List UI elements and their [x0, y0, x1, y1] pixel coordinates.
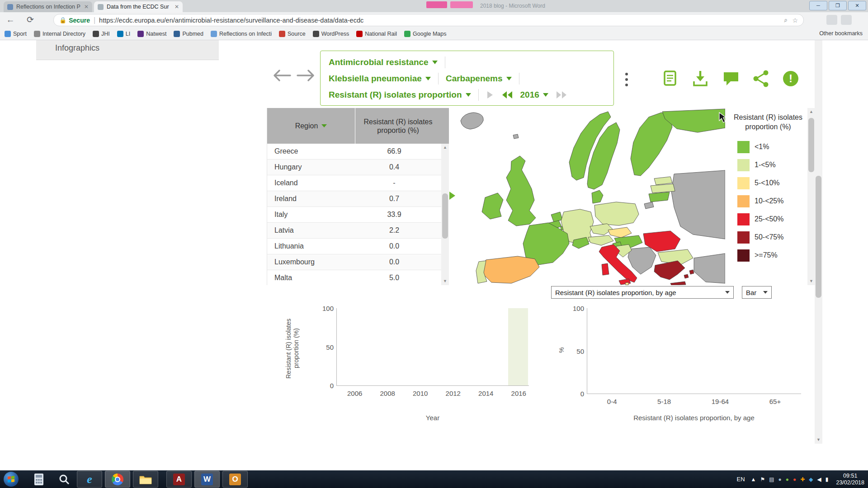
url-text[interactable]: https://ecdc.europa.eu/en/antimicrobial-…: [99, 17, 780, 24]
scrollbar-thumb[interactable]: [816, 176, 821, 298]
search-icon[interactable]: [52, 471, 77, 488]
chrome-icon[interactable]: [105, 471, 130, 488]
bookmark-item[interactable]: Internal Directory: [34, 31, 85, 37]
country-shape[interactable]: [662, 109, 725, 132]
network-icon[interactable]: ▮: [826, 476, 829, 483]
file-explorer-icon[interactable]: [133, 471, 158, 488]
start-button[interactable]: [4, 472, 19, 487]
language-indicator[interactable]: EN: [736, 476, 745, 483]
volume-icon[interactable]: ◀: [817, 476, 821, 483]
country-shape[interactable]: [670, 282, 686, 285]
zoom-icon[interactable]: ⌕: [784, 16, 788, 24]
table-row[interactable]: Luxembourg0.0: [267, 254, 441, 270]
country-shape[interactable]: [689, 270, 694, 274]
address-bar[interactable]: 🔒 Secure | https://ecdc.europa.eu/en/ant…: [53, 14, 804, 26]
country-shape[interactable]: [513, 134, 519, 139]
bookmark-item[interactable]: WordPress: [313, 31, 349, 37]
maximize-button[interactable]: ❐: [829, 1, 847, 10]
table-row[interactable]: Latvia2.2: [267, 223, 441, 239]
browser-tab[interactable]: Data from the ECDC Sur✕: [94, 1, 183, 12]
country-shape[interactable]: [461, 113, 483, 129]
country-shape[interactable]: [631, 113, 672, 176]
table-row[interactable]: Iceland-: [267, 175, 441, 191]
bookmark-item[interactable]: Sport: [5, 31, 27, 37]
bookmark-item[interactable]: JHI: [93, 31, 110, 37]
country-shape[interactable]: [482, 193, 503, 219]
back-button[interactable]: ←: [4, 14, 17, 26]
country-shape[interactable]: [654, 261, 685, 280]
extension-icon[interactable]: [841, 15, 852, 25]
report-icon[interactable]: [660, 69, 681, 89]
download-icon[interactable]: [690, 69, 711, 89]
country-shape[interactable]: [684, 274, 689, 278]
clock[interactable]: 09:51 23/02/2018: [836, 473, 864, 486]
internet-explorer-icon[interactable]: e: [77, 471, 102, 488]
security-icon[interactable]: ◆: [809, 476, 813, 483]
browser-tab[interactable]: Reflections on Infection P✕: [4, 1, 92, 12]
adobe-reader-icon[interactable]: A: [166, 471, 192, 488]
bookmark-item[interactable]: National Rail: [356, 31, 397, 37]
table-row[interactable]: Malta5.0: [267, 270, 441, 285]
word-icon[interactable]: W: [194, 471, 220, 488]
tab-close-icon[interactable]: ✕: [84, 4, 89, 10]
tab-close-icon[interactable]: ✕: [175, 4, 179, 10]
table-row[interactable]: Italy33.9: [267, 207, 441, 223]
report-problem-icon[interactable]: !: [780, 69, 801, 89]
bookmark-item[interactable]: Reflections on Infecti: [211, 31, 272, 37]
table-row[interactable]: Lithuania0.0: [267, 239, 441, 254]
atlas-forward-arrow[interactable]: [296, 68, 316, 83]
bookmark-item[interactable]: Pubmed: [174, 31, 203, 37]
indicator-dropdown[interactable]: Resistant (R) isolates proportion: [329, 90, 471, 100]
country-shape[interactable]: [651, 184, 675, 193]
scrollbar-thumb[interactable]: [442, 193, 448, 239]
country-shape[interactable]: [481, 256, 539, 283]
bookmark-item[interactable]: LI: [117, 31, 130, 37]
table-row[interactable]: Hungary0.4: [267, 160, 441, 175]
hidden-icons-chevron[interactable]: ▲: [751, 476, 756, 483]
country-shape[interactable]: [592, 190, 603, 203]
bookmark-item[interactable]: Google Maps: [404, 31, 446, 37]
column-header-value[interactable]: Resistant (R) isolates proportio (%): [355, 108, 441, 144]
bookmark-item[interactable]: Source: [279, 31, 306, 37]
panel-expand-handle[interactable]: [449, 192, 455, 200]
country-shape[interactable]: [594, 202, 639, 225]
country-shape[interactable]: [588, 235, 613, 245]
country-shape[interactable]: [602, 263, 609, 275]
map-scrollbar[interactable]: ▲ ▼: [807, 108, 815, 285]
scroll-up-icon[interactable]: ▲: [807, 108, 815, 116]
table-row[interactable]: Ireland0.7: [267, 191, 441, 207]
country-shape[interactable]: [619, 279, 631, 285]
country-shape[interactable]: [506, 156, 536, 226]
chart-type-select[interactable]: Bar: [742, 286, 772, 299]
play-button[interactable]: [486, 90, 494, 99]
pen-flag-icon[interactable]: ⚑: [760, 476, 765, 483]
column-header-region[interactable]: Region: [267, 108, 355, 144]
table-row[interactable]: Greece66.9: [267, 144, 441, 160]
country-shape[interactable]: [671, 170, 725, 239]
minimize-button[interactable]: ─: [809, 1, 827, 10]
scroll-down-icon[interactable]: ▼: [807, 277, 815, 285]
calculator-icon[interactable]: [26, 471, 52, 488]
table-scrollbar[interactable]: ▲ ▼: [441, 144, 449, 285]
atlas-back-arrow[interactable]: [271, 68, 292, 83]
kebab-menu-icon[interactable]: [623, 70, 630, 89]
fast-forward-button[interactable]: [556, 90, 567, 99]
country-shape[interactable]: [649, 192, 670, 202]
country-shape[interactable]: [628, 247, 656, 274]
outlook-icon[interactable]: O: [222, 471, 248, 488]
skype-icon[interactable]: ●: [786, 476, 789, 483]
rewind-button[interactable]: [501, 90, 513, 99]
comment-icon[interactable]: [721, 69, 741, 89]
topic-dropdown[interactable]: Antimicrobial resistance: [329, 57, 438, 67]
age-indicator-select[interactable]: Resistant (R) isolates proportion, by ag…: [551, 286, 734, 299]
bookmark-item[interactable]: Natwest: [137, 31, 166, 37]
reload-button[interactable]: ⟳: [24, 14, 37, 26]
country-shape[interactable]: [644, 202, 654, 209]
organism-dropdown[interactable]: Klebsiella pneumoniae: [329, 74, 431, 84]
page-scrollbar[interactable]: ▼: [815, 40, 822, 444]
country-shape[interactable]: [590, 224, 613, 235]
antibiotic-dropdown[interactable]: Carbapenems: [446, 74, 512, 84]
country-shape[interactable]: [625, 282, 629, 285]
antivirus-icon[interactable]: ●: [793, 476, 796, 483]
country-shape[interactable]: [694, 253, 725, 283]
